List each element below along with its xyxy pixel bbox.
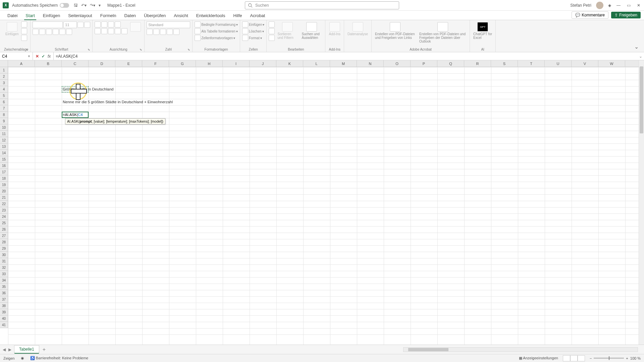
col-header-K[interactable]: K [276, 60, 303, 67]
scroll-thumb[interactable] [640, 66, 643, 133]
addins-button[interactable]: Add-Ins [327, 21, 341, 37]
row-header-35[interactable]: 35 [0, 284, 8, 290]
col-header-C[interactable]: C [62, 60, 89, 67]
font-color-icon[interactable] [66, 29, 72, 35]
row-header-8[interactable]: 8 [0, 112, 8, 118]
page-break-icon[interactable] [578, 355, 585, 361]
expand-formula-icon[interactable]: ⌄ [637, 54, 644, 59]
loeschen-button[interactable]: Löschen ▾ [242, 28, 264, 34]
accessibility-status[interactable]: ♿ Barrierefreiheit: Keine Probleme [30, 356, 89, 360]
tabelle-button[interactable]: Als Tabelle formatieren ▾ [195, 28, 238, 34]
datenanalyse-button[interactable]: Datenanalyse [346, 21, 369, 37]
row-header-12[interactable]: 12 [0, 137, 8, 143]
diamond-icon[interactable]: ◈ [608, 3, 611, 8]
cancel-formula-icon[interactable]: ✕ [36, 54, 39, 59]
normal-view-icon[interactable] [563, 355, 570, 361]
redo-icon[interactable]: ↷▾ [90, 3, 95, 8]
launcher-icon[interactable]: ⬊ [187, 48, 190, 51]
enter-formula-icon[interactable]: ✓ [42, 54, 45, 59]
formula-input[interactable]: =AI.ASK(C4 [54, 52, 637, 60]
row-header-24[interactable]: 24 [0, 214, 8, 220]
einfuegen-button[interactable]: Einfügen [4, 21, 20, 37]
bold-icon[interactable] [33, 29, 39, 35]
row-header-38[interactable]: 38 [0, 303, 8, 309]
italic-icon[interactable] [39, 29, 45, 35]
row-header-2[interactable]: 2 [0, 73, 8, 80]
dec-dec-icon[interactable] [173, 29, 179, 35]
currency-icon[interactable] [147, 29, 153, 35]
row-header-37[interactable]: 37 [0, 296, 8, 303]
align-bottom-icon[interactable] [108, 21, 114, 27]
col-header-R[interactable]: R [464, 60, 491, 67]
row-header-13[interactable]: 13 [0, 143, 8, 150]
row-header-21[interactable]: 21 [0, 194, 8, 201]
suchen-button[interactable]: Suchen und Auswählen [300, 21, 323, 40]
hscroll-thumb[interactable] [408, 348, 448, 351]
chevron-down-icon[interactable]: ▼ [28, 55, 31, 58]
col-header-V[interactable]: V [572, 60, 598, 67]
user-name[interactable]: Stefan Petri [570, 3, 591, 8]
toggle-switch-icon[interactable] [60, 3, 69, 8]
row-header-39[interactable]: 39 [0, 309, 8, 315]
kommentare-button[interactable]: 💬 Kommentare [572, 11, 608, 19]
row-header-28[interactable]: 28 [0, 239, 8, 245]
row-header-33[interactable]: 33 [0, 271, 8, 277]
horizontal-scrollbar[interactable] [403, 347, 638, 352]
bedingte-button[interactable]: Bedingte Formatierung ▾ [195, 21, 238, 27]
row-header-15[interactable]: 15 [0, 156, 8, 163]
row-header-29[interactable]: 29 [0, 245, 8, 252]
row-header-36[interactable]: 36 [0, 290, 8, 296]
row-header-32[interactable]: 32 [0, 264, 8, 271]
spreadsheet-grid[interactable]: ABCDEFGHIJKLMNOPQRSTUVW 1234567891011121… [0, 60, 644, 345]
tab-datei[interactable]: Datei [3, 11, 21, 20]
cell-c6[interactable]: Nenne mir die 5 größten Städte in Deutsc… [62, 99, 174, 105]
autosum-icon[interactable] [269, 21, 275, 27]
freigeben-button[interactable]: ⇪ Freigeben [611, 12, 641, 18]
cell-c8-content[interactable]: =AI.ASK(C4 [63, 112, 83, 118]
tab-acrobat[interactable]: Acrobat [246, 11, 269, 20]
font-size-combo[interactable] [63, 21, 77, 28]
format-button[interactable]: Format ▾ [242, 35, 264, 41]
launcher-icon[interactable]: ⬊ [140, 48, 142, 51]
cut-icon[interactable] [21, 21, 27, 27]
row-header-18[interactable]: 18 [0, 175, 8, 182]
row-header-25[interactable]: 25 [0, 220, 8, 226]
align-left-icon[interactable] [95, 28, 101, 34]
border-icon[interactable] [53, 29, 59, 35]
col-header-S[interactable]: S [491, 60, 518, 67]
row-header-16[interactable]: 16 [0, 163, 8, 169]
search-input[interactable]: Suchen [245, 1, 399, 9]
qat-more-icon[interactable]: ▾ [99, 3, 101, 8]
tab-hilfe[interactable]: Hilfe [229, 11, 246, 20]
col-header-J[interactable]: J [250, 60, 276, 67]
tab-ansicht[interactable]: Ansicht [170, 11, 192, 20]
col-header-N[interactable]: N [357, 60, 384, 67]
align-right-icon[interactable] [108, 28, 114, 34]
zoom-in-icon[interactable]: + [626, 356, 628, 360]
col-header-F[interactable]: F [142, 60, 169, 67]
row-header-30[interactable]: 30 [0, 252, 8, 258]
row-header-40[interactable]: 40 [0, 315, 8, 322]
zoom-out-icon[interactable]: − [590, 356, 592, 360]
tab-start[interactable]: Start [21, 11, 39, 20]
merge-button[interactable] [129, 21, 142, 32]
col-header-D[interactable]: D [89, 60, 115, 67]
zoom-value[interactable]: 100 % [630, 356, 641, 360]
select-all-button[interactable] [0, 60, 8, 67]
tab-entwicklertools[interactable]: Entwicklertools [192, 11, 229, 20]
zoom-slider[interactable]: − + 100 % [590, 356, 641, 360]
row-header-9[interactable]: 9 [0, 118, 8, 124]
user-avatar-icon[interactable] [596, 2, 603, 9]
percent-icon[interactable] [153, 29, 159, 35]
row-headers[interactable]: 1234567891011121314151617181920212223242… [0, 67, 8, 328]
grow-font-icon[interactable] [77, 22, 84, 28]
row-header-26[interactable]: 26 [0, 226, 8, 233]
pdf-links-button[interactable]: Erstellen von PDF-Dateien und Freigeben … [374, 21, 417, 40]
col-header-M[interactable]: M [330, 60, 357, 67]
tab-formeln[interactable]: Formeln [96, 11, 120, 20]
col-header-I[interactable]: I [223, 60, 250, 67]
page-layout-icon[interactable] [570, 355, 578, 361]
row-header-22[interactable]: 22 [0, 201, 8, 207]
row-header-23[interactable]: 23 [0, 207, 8, 214]
col-header-A[interactable]: A [8, 60, 35, 67]
